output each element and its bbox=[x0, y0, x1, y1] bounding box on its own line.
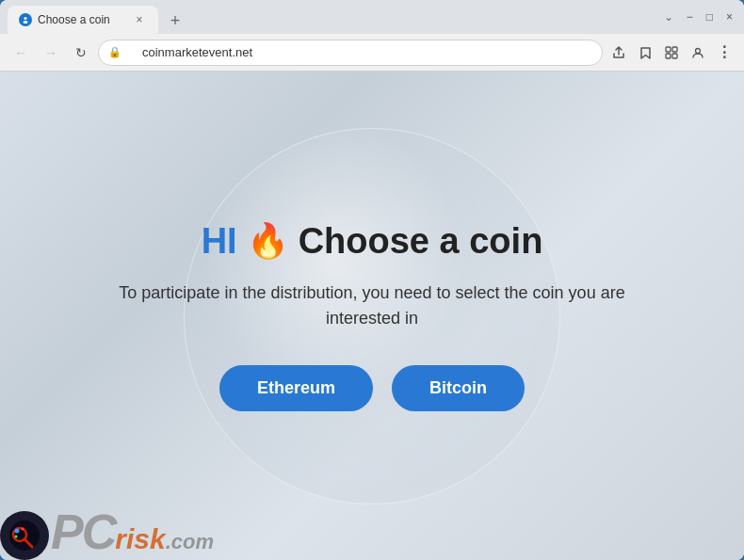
lock-icon: 🔒 bbox=[108, 46, 121, 58]
svg-point-7 bbox=[696, 48, 701, 53]
main-content: HI 🔥 Choose a coin To participate in the… bbox=[99, 202, 645, 430]
pcrisk-text: PC risk .com bbox=[51, 504, 214, 560]
tab-close-button[interactable]: × bbox=[132, 12, 147, 27]
back-button[interactable]: ← bbox=[8, 40, 34, 66]
address-bar: ← → ↻ 🔒 coinmarketevent.net bbox=[0, 34, 744, 72]
com-text: .com bbox=[166, 530, 214, 554]
tab-bar: Choose a coin × + bbox=[8, 0, 649, 34]
reload-button[interactable]: ↻ bbox=[68, 40, 94, 66]
address-text: coinmarketevent.net bbox=[125, 45, 252, 59]
svg-rect-5 bbox=[666, 54, 671, 58]
subtitle-text: To participate in the distribution, you … bbox=[118, 280, 626, 331]
tab-label: Choose a coin bbox=[38, 13, 126, 26]
address-actions: ⋮ bbox=[607, 40, 736, 65]
active-tab[interactable]: Choose a coin × bbox=[8, 6, 158, 34]
forward-button[interactable]: → bbox=[38, 40, 64, 66]
pcrisk-icon bbox=[0, 511, 49, 560]
share-icon[interactable] bbox=[607, 40, 631, 65]
extensions-icon[interactable] bbox=[659, 40, 684, 65]
svg-rect-6 bbox=[672, 54, 677, 58]
address-input[interactable]: 🔒 coinmarketevent.net bbox=[98, 40, 603, 66]
headline-rest: Choose a coin bbox=[299, 221, 543, 262]
minimize-button[interactable]: − bbox=[683, 8, 697, 25]
svg-point-1 bbox=[24, 17, 27, 20]
new-tab-button[interactable]: + bbox=[162, 8, 188, 34]
tab-favicon bbox=[19, 13, 32, 26]
content-area: HI 🔥 Choose a coin To participate in the… bbox=[0, 72, 744, 560]
svg-point-12 bbox=[22, 528, 24, 531]
page-headline: HI 🔥 Choose a coin bbox=[118, 221, 626, 262]
window-close-button[interactable]: × bbox=[722, 8, 736, 25]
pc-text: PC bbox=[51, 504, 115, 560]
chevron-down-icon[interactable]: ⌄ bbox=[660, 8, 677, 25]
fire-icon: 🔥 bbox=[247, 221, 289, 261]
svg-point-11 bbox=[15, 529, 20, 534]
ethereum-button[interactable]: Ethereum bbox=[219, 365, 373, 411]
coin-button-group: Ethereum Bitcoin bbox=[118, 365, 626, 411]
bookmark-icon[interactable] bbox=[633, 40, 657, 65]
window-controls: ⌄ − □ × bbox=[660, 8, 736, 25]
svg-rect-4 bbox=[672, 47, 677, 52]
bitcoin-button[interactable]: Bitcoin bbox=[392, 365, 525, 411]
svg-point-2 bbox=[24, 21, 28, 24]
browser-window: Choose a coin × + ⌄ − □ × ← → ↻ 🔒 coinma… bbox=[0, 0, 744, 560]
svg-point-13 bbox=[15, 536, 18, 538]
menu-icon[interactable]: ⋮ bbox=[712, 40, 736, 65]
profile-icon[interactable] bbox=[686, 40, 710, 65]
title-bar: Choose a coin × + ⌄ − □ × bbox=[0, 0, 744, 34]
svg-rect-3 bbox=[666, 47, 671, 52]
maximize-button[interactable]: □ bbox=[703, 8, 717, 25]
headline-hi: HI bbox=[202, 221, 237, 262]
risk-text: risk bbox=[115, 523, 165, 555]
watermark: PC risk .com bbox=[0, 504, 214, 560]
pcrisk-logo: PC risk .com bbox=[0, 504, 214, 560]
